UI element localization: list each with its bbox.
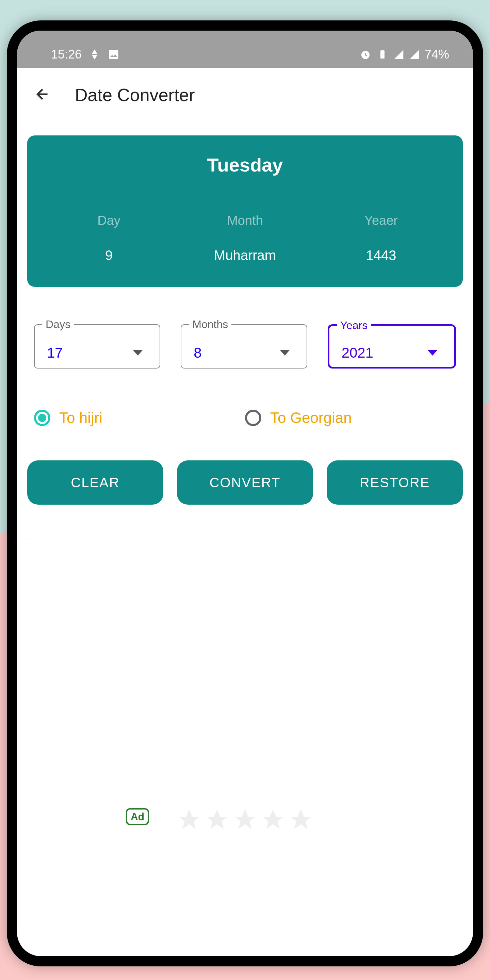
phone-screen: 15:26 <box>17 30 473 956</box>
signal-icon <box>393 49 404 60</box>
radio-row: To hijri To Georgian <box>24 409 466 426</box>
alarm-icon <box>360 48 372 60</box>
phone-frame: 15:26 <box>7 21 483 966</box>
clock-text: 15:26 <box>51 47 82 62</box>
years-value: 2021 <box>342 345 373 361</box>
radio-icon <box>245 410 261 426</box>
svg-rect-2 <box>380 50 385 59</box>
status-right: 74% <box>360 47 449 62</box>
vibrate-icon <box>376 48 388 60</box>
months-value: 8 <box>194 345 202 361</box>
chevron-down-icon <box>133 350 143 356</box>
star-icon <box>205 808 229 832</box>
convert-button[interactable]: CONVERT <box>177 460 313 504</box>
radio-icon <box>34 410 50 426</box>
result-row: Day 9 Month Muharram Yeaer 1443 <box>41 213 449 263</box>
signal-icon-2 <box>409 49 420 60</box>
years-select[interactable]: Years 2021 <box>328 324 456 369</box>
image-icon <box>108 48 120 60</box>
result-day-value: 9 <box>41 248 177 263</box>
status-left: 15:26 <box>51 47 120 62</box>
months-label: Months <box>189 318 231 331</box>
app-bar: Date Converter <box>17 68 473 122</box>
page-title: Date Converter <box>75 85 195 105</box>
bottom-area: Ad <box>24 539 466 829</box>
days-select[interactable]: Days 17 <box>34 324 160 369</box>
months-select[interactable]: Months 8 <box>181 324 307 369</box>
star-icon <box>261 808 285 832</box>
star-icon <box>288 808 313 832</box>
radio-hijri-label: To hijri <box>59 409 102 426</box>
radio-to-georgian[interactable]: To Georgian <box>245 409 456 426</box>
back-arrow-icon[interactable] <box>34 86 51 104</box>
svg-rect-0 <box>109 50 118 59</box>
clear-button[interactable]: CLEAR <box>27 460 163 504</box>
result-day-col: Day 9 <box>41 213 177 263</box>
years-label: Years <box>337 319 371 332</box>
result-year-label: Yeaer <box>313 213 449 228</box>
selectors-row: Days 17 Months 8 Years 2021 <box>24 324 466 369</box>
result-month-value: Muharram <box>177 248 313 263</box>
radio-to-hijri[interactable]: To hijri <box>34 409 245 426</box>
star-icon <box>177 808 202 832</box>
status-bar: 15:26 <box>17 30 473 68</box>
result-month-col: Month Muharram <box>177 213 313 263</box>
result-month-label: Month <box>177 213 313 228</box>
chevron-down-icon <box>428 350 437 356</box>
result-year-value: 1443 <box>313 248 449 263</box>
restore-button[interactable]: RESTORE <box>327 460 463 504</box>
ad-badge[interactable]: Ad <box>126 808 149 825</box>
content-area: Tuesday Day 9 Month Muharram Yeaer 1443 <box>17 122 473 839</box>
days-value: 17 <box>47 345 63 361</box>
result-year-col: Yeaer 1443 <box>313 213 449 263</box>
chevron-down-icon <box>280 350 290 356</box>
buttons-row: CLEAR CONVERT RESTORE <box>24 460 466 504</box>
result-day-label: Day <box>41 213 177 228</box>
battery-text: 74% <box>425 47 449 62</box>
days-label: Days <box>42 318 74 331</box>
radio-georgian-label: To Georgian <box>270 409 352 426</box>
star-icon <box>233 808 257 832</box>
stars-rating <box>177 808 313 832</box>
app-icon <box>89 48 101 60</box>
result-weekday: Tuesday <box>41 154 449 176</box>
result-card: Tuesday Day 9 Month Muharram Yeaer 1443 <box>27 135 463 287</box>
